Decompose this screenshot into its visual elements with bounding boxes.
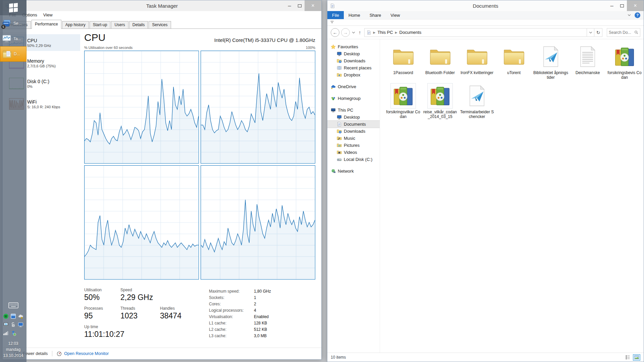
nav-item-desktop[interactable]: Desktop <box>327 114 380 121</box>
file-item-bluetooth-folder[interactable]: Bluetooth Folder <box>422 44 459 80</box>
maximize-button[interactable] <box>617 0 627 11</box>
detail-row-cores: Cores:2 <box>209 301 315 307</box>
taskbar-button-d[interactable]: D... <box>0 46 26 62</box>
stat-value: 2,29 GHz <box>120 293 160 302</box>
close-button[interactable]: × <box>305 0 321 11</box>
breadcrumb-documents[interactable]: Documents <box>399 30 422 35</box>
taskbar-button-label: D... <box>14 52 20 56</box>
open-resource-monitor-link[interactable]: Open Resource Monitor <box>64 351 109 356</box>
nav-item-local-disk-c[interactable]: Local Disk (C:) <box>327 156 380 163</box>
ribbon-expand-chevron-icon[interactable] <box>627 13 631 17</box>
start-button[interactable] <box>0 0 26 15</box>
app-window-icon[interactable] <box>10 313 16 319</box>
taskbar-button-ta[interactable]: Ta... <box>0 31 26 46</box>
ribbon-collapsed-strip <box>327 19 644 26</box>
detail-value: 512 KB <box>254 326 267 333</box>
nav-item-this-pc[interactable]: This PC <box>327 107 380 114</box>
minimize-button[interactable]: ─ <box>607 0 617 11</box>
tab-app-history[interactable]: App history <box>62 21 89 28</box>
unlocked-padlock-icon[interactable] <box>10 322 16 327</box>
address-bar[interactable]: ▶ This PC ▶ Documents <box>364 28 587 37</box>
nav-item-downloads[interactable]: Downloads <box>327 128 380 135</box>
tab-performance[interactable]: Performance <box>32 20 61 28</box>
nav-item-desktop[interactable]: Desktop <box>327 50 380 57</box>
details-view-button[interactable] <box>624 354 632 361</box>
stat-value: 95 <box>84 311 120 320</box>
file-item-forsikringsvilkar-codan[interactable]: forsikringsvilkar Codan <box>385 83 422 119</box>
detail-label: Maximum speed: <box>209 288 254 295</box>
maximize-button[interactable] <box>294 0 305 11</box>
close-button[interactable]: × <box>627 0 644 11</box>
doc-app-icon <box>2 49 12 59</box>
nav-item-videos[interactable]: Videos <box>327 149 380 156</box>
taskbar-button-se[interactable]: Se...5 <box>0 15 26 31</box>
sidebar-item-detail: 0% <box>27 84 49 88</box>
nav-item-documents[interactable]: Documents <box>327 121 380 128</box>
file-item-label: uTorent <box>507 70 521 75</box>
nav-item-onedrive[interactable]: OneDrive <box>327 83 380 90</box>
taskbar: Se...5Ta...D... 12:03 mandag 13.10.2014 <box>0 0 26 362</box>
nav-item-label: Homegroup <box>338 96 361 101</box>
text-doc-icon <box>575 44 600 69</box>
fewer-details-button[interactable]: Fewer details <box>23 351 48 356</box>
stat-value: 1023 <box>120 311 160 320</box>
skype-laptop-icon[interactable] <box>3 322 9 327</box>
spotify-icon[interactable] <box>3 313 9 319</box>
minimize-button[interactable]: ─ <box>284 0 294 11</box>
tm-app-icon <box>2 34 12 44</box>
taskbar-buttons: Se...5Ta...D... <box>0 15 26 62</box>
ribbon-pin-icon[interactable] <box>330 20 334 24</box>
tab-services[interactable]: Services <box>149 21 171 28</box>
folder-icon <box>501 44 527 69</box>
tab-users[interactable]: Users <box>111 21 128 28</box>
search-input[interactable] <box>609 30 634 35</box>
nav-item-favourites[interactable]: Favourites <box>327 43 380 50</box>
file-item-bibliotektet-pningstider[interactable]: Bibliotektet åpningstider <box>532 44 569 80</box>
tab-start-up[interactable]: Start-up <box>90 21 111 28</box>
file-item-terminalarbeider-schencker[interactable]: Terminalarbeider Schencker <box>459 83 495 119</box>
nav-item-pictures[interactable]: Pictures <box>327 142 380 149</box>
up-button[interactable]: ↑ <box>357 29 363 35</box>
file-item-utorent[interactable]: uTorent <box>495 44 532 80</box>
file-item-forsikringsbevis-codan[interactable]: forsikringsbevis Codan <box>606 44 643 80</box>
cpu-graph-2 <box>201 51 315 164</box>
cloud-warning-icon[interactable] <box>18 313 23 319</box>
explorer-titlebar[interactable]: Documents ─ × <box>327 0 644 11</box>
taskbar-button-label: Se... <box>13 21 22 26</box>
help-icon[interactable]: ? <box>635 12 640 18</box>
task-manager-titlebar[interactable]: Task Manager ─ × <box>3 0 321 11</box>
nav-item-downloads[interactable]: Downloads <box>327 57 380 64</box>
taskbar-clock[interactable]: 12:03 mandag 13.10.2014 <box>0 339 26 362</box>
detail-value: 4 <box>254 307 256 314</box>
ribbon-tab-home[interactable]: Home <box>344 11 365 19</box>
cpu-stats: Utilisation50% Speed2,29 GHz Processes95… <box>84 288 315 339</box>
nav-item-recent-places[interactable]: Recent places <box>327 64 380 71</box>
file-item-reise-vilk-r-codan-2014-03-15[interactable]: reise_vilkår_codan_2014_03_15 <box>422 83 459 119</box>
signal-bars-icon[interactable] <box>3 330 9 336</box>
monitor-icon[interactable] <box>18 322 23 327</box>
history-chevron-icon[interactable] <box>352 31 356 35</box>
touch-keyboard-button[interactable] <box>0 300 26 311</box>
icons-view-button[interactable] <box>633 354 640 361</box>
file-item-deichmanske[interactable]: Deichmanske <box>569 44 606 80</box>
nav-item-network[interactable]: Network <box>327 168 380 175</box>
sidebar-item-name: WiFi <box>27 99 60 105</box>
menu-view[interactable]: View <box>40 12 56 17</box>
tab-details[interactable]: Details <box>129 21 148 28</box>
ribbon-tab-share[interactable]: Share <box>365 11 386 19</box>
refresh-button[interactable]: ↻ <box>594 28 602 37</box>
ribbon-tab-file[interactable]: File <box>327 11 344 19</box>
window-title: Task Manager <box>3 3 321 9</box>
breadcrumb-this-pc[interactable]: This PC <box>377 30 393 35</box>
file-item-ironfx-kvitteringer[interactable]: IronFX kvitteringer <box>459 44 495 80</box>
nav-item-dropbox[interactable]: Dropbox <box>327 71 380 78</box>
nav-item-homegroup[interactable]: Homegroup <box>327 95 380 102</box>
back-button[interactable]: ← <box>331 28 339 37</box>
ribbon-tab-view[interactable]: View <box>386 11 405 19</box>
address-dropdown-button[interactable] <box>587 28 594 37</box>
forward-button[interactable]: → <box>341 28 350 37</box>
dropbox-icon[interactable] <box>10 330 16 336</box>
nav-item-music[interactable]: Music <box>327 135 380 142</box>
folder-icon <box>390 44 416 69</box>
file-item-1password[interactable]: 1Password <box>385 44 422 80</box>
